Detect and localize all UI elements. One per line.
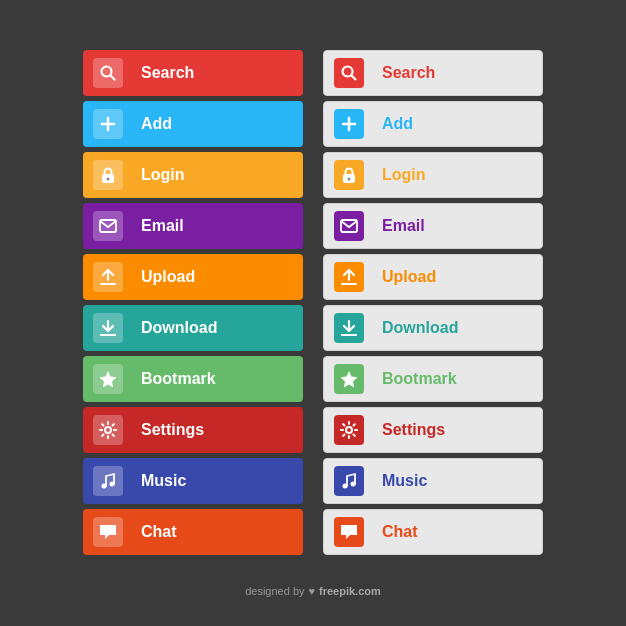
svg-point-11 xyxy=(102,483,107,488)
settings-outline-icon-box xyxy=(324,408,374,452)
add-outline-label: Add xyxy=(374,115,542,133)
chat-colored-icon-box xyxy=(83,509,133,555)
svg-marker-22 xyxy=(341,371,358,388)
colored-music-button[interactable]: Music xyxy=(83,458,303,504)
email-outline-label: Email xyxy=(374,217,542,235)
bookmark-outline-icon xyxy=(334,364,364,394)
svg-point-5 xyxy=(107,177,110,180)
music-colored-icon-box xyxy=(83,458,133,504)
chat-colored-label: Chat xyxy=(133,523,303,541)
search-outline-label: Search xyxy=(374,64,542,82)
colored-bookmark-button[interactable]: Bootmark xyxy=(83,356,303,402)
download-outline-label: Download xyxy=(374,319,542,337)
svg-point-25 xyxy=(351,481,356,486)
settings-colored-label: Settings xyxy=(133,421,303,439)
music-colored-label: Music xyxy=(133,472,303,490)
search-colored-icon xyxy=(93,58,123,88)
add-colored-label: Add xyxy=(133,115,303,133)
colored-add-button[interactable]: Add xyxy=(83,101,303,147)
chat-outline-icon xyxy=(334,517,364,547)
svg-point-24 xyxy=(343,483,348,488)
colored-email-button[interactable]: Email xyxy=(83,203,303,249)
outline-add-button[interactable]: Add xyxy=(323,101,543,147)
email-colored-icon xyxy=(93,211,123,241)
chat-outline-icon-box xyxy=(324,510,374,554)
bookmark-outline-icon-box xyxy=(324,357,374,401)
outline-download-button[interactable]: Download xyxy=(323,305,543,351)
bookmark-outline-label: Bootmark xyxy=(374,370,542,388)
footer-brand: freepik.com xyxy=(319,585,381,597)
settings-outline-icon xyxy=(334,415,364,445)
upload-outline-icon xyxy=(334,262,364,292)
svg-point-18 xyxy=(348,177,351,180)
colored-upload-button[interactable]: Upload xyxy=(83,254,303,300)
outline-email-button[interactable]: Email xyxy=(323,203,543,249)
colored-search-button[interactable]: Search xyxy=(83,50,303,96)
svg-point-10 xyxy=(105,427,111,433)
login-outline-icon xyxy=(334,160,364,190)
login-colored-label: Login xyxy=(133,166,303,184)
email-outline-icon xyxy=(334,211,364,241)
chat-colored-icon xyxy=(93,517,123,547)
music-colored-icon xyxy=(93,466,123,496)
upload-colored-icon xyxy=(93,262,123,292)
colored-settings-button[interactable]: Settings xyxy=(83,407,303,453)
email-outline-icon-box xyxy=(324,204,374,248)
download-outline-icon xyxy=(334,313,364,343)
bookmark-colored-icon-box xyxy=(83,356,133,402)
outline-chat-button[interactable]: Chat xyxy=(323,509,543,555)
footer: designed by ♥ freepik.com xyxy=(245,585,381,597)
footer-heart: ♥ xyxy=(309,585,316,597)
chat-outline-label: Chat xyxy=(374,523,542,541)
download-colored-icon xyxy=(93,313,123,343)
svg-point-23 xyxy=(346,427,352,433)
login-colored-icon-box xyxy=(83,152,133,198)
colored-button-column: Search Add Login xyxy=(83,50,303,555)
download-colored-icon-box xyxy=(83,305,133,351)
upload-colored-label: Upload xyxy=(133,268,303,286)
music-outline-label: Music xyxy=(374,472,542,490)
colored-login-button[interactable]: Login xyxy=(83,152,303,198)
login-colored-icon xyxy=(93,160,123,190)
outline-upload-button[interactable]: Upload xyxy=(323,254,543,300)
email-colored-icon-box xyxy=(83,203,133,249)
music-outline-icon xyxy=(334,466,364,496)
outline-button-column: Search Add Login xyxy=(323,50,543,555)
outline-login-button[interactable]: Login xyxy=(323,152,543,198)
search-colored-icon-box xyxy=(83,50,133,96)
upload-colored-icon-box xyxy=(83,254,133,300)
settings-colored-icon xyxy=(93,415,123,445)
add-outline-icon-box xyxy=(324,102,374,146)
add-colored-icon xyxy=(93,109,123,139)
outline-search-button[interactable]: Search xyxy=(323,50,543,96)
bookmark-colored-icon xyxy=(93,364,123,394)
search-colored-label: Search xyxy=(133,64,303,82)
colored-chat-button[interactable]: Chat xyxy=(83,509,303,555)
download-colored-label: Download xyxy=(133,319,303,337)
settings-outline-label: Settings xyxy=(374,421,542,439)
download-outline-icon-box xyxy=(324,306,374,350)
upload-outline-icon-box xyxy=(324,255,374,299)
svg-line-1 xyxy=(111,75,115,79)
upload-outline-label: Upload xyxy=(374,268,542,286)
svg-point-12 xyxy=(110,481,115,486)
outline-music-button[interactable]: Music xyxy=(323,458,543,504)
footer-text: designed by xyxy=(245,585,304,597)
login-outline-label: Login xyxy=(374,166,542,184)
svg-line-14 xyxy=(352,75,356,79)
search-outline-icon xyxy=(334,58,364,88)
colored-download-button[interactable]: Download xyxy=(83,305,303,351)
music-outline-icon-box xyxy=(324,459,374,503)
settings-colored-icon-box xyxy=(83,407,133,453)
bookmark-colored-label: Bootmark xyxy=(133,370,303,388)
outline-bookmark-button[interactable]: Bootmark xyxy=(323,356,543,402)
outline-settings-button[interactable]: Settings xyxy=(323,407,543,453)
search-outline-icon-box xyxy=(324,51,374,95)
main-container: Search Add Login xyxy=(63,30,563,575)
email-colored-label: Email xyxy=(133,217,303,235)
add-colored-icon-box xyxy=(83,101,133,147)
svg-marker-9 xyxy=(100,371,117,388)
add-outline-icon xyxy=(334,109,364,139)
login-outline-icon-box xyxy=(324,153,374,197)
